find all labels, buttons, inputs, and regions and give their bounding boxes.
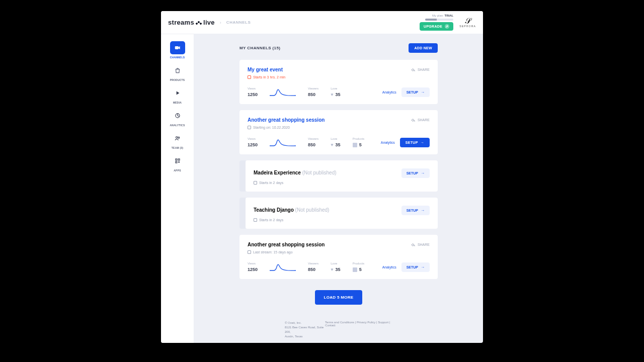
share-button[interactable]: SHARE bbox=[411, 118, 430, 123]
svg-point-3 bbox=[178, 137, 179, 138]
share-icon bbox=[411, 118, 416, 123]
share-label: SHARE bbox=[418, 118, 430, 122]
footer-link-contact[interactable]: Contact bbox=[325, 324, 336, 327]
channel-card-unpublished: Madeira Experience (Not published) SETUP… bbox=[246, 160, 438, 192]
calendar-icon bbox=[254, 181, 257, 185]
share-label: SHARE bbox=[418, 68, 430, 71]
svg-rect-5 bbox=[178, 159, 180, 160]
calendar-icon bbox=[248, 75, 251, 79]
share-label: SHARE bbox=[418, 243, 430, 246]
team-icon bbox=[174, 135, 181, 142]
logo-text-b: live bbox=[203, 19, 215, 26]
svg-rect-4 bbox=[175, 159, 177, 160]
calendar-icon bbox=[254, 218, 257, 222]
plan-block: My plan: TRIAL UPGRADE ↗ bbox=[420, 14, 453, 31]
share-icon bbox=[411, 242, 416, 247]
app-window: streams live › CHANNELS My plan: TRIAL U… bbox=[161, 11, 483, 343]
chevron-right-icon: › bbox=[220, 20, 221, 25]
apps-icon bbox=[174, 157, 181, 164]
channel-card: Another great shopping session SHARE Las… bbox=[239, 235, 438, 279]
heart-icon: ♥ bbox=[331, 92, 333, 97]
channel-subtitle: Last stream: 15 days ago bbox=[248, 250, 430, 254]
stat-products: Products5 bbox=[353, 137, 365, 147]
channel-title[interactable]: My great event bbox=[248, 67, 283, 72]
stat-viewers: Viewers 850 bbox=[308, 87, 318, 97]
share-icon bbox=[411, 67, 416, 72]
sparkline-icon bbox=[270, 137, 296, 147]
sidebar-item-label: PRODUCTS bbox=[170, 78, 185, 81]
footer-copyright: © Oveit, Inc. bbox=[285, 321, 325, 325]
page-title: MY CHANNELS (15) bbox=[239, 46, 280, 50]
channel-card: Another great shopping session SHARE Sta… bbox=[239, 110, 438, 154]
stat-viewers: Viewers850 bbox=[308, 262, 318, 272]
channel-subtitle: Starting on: 10.22.2020 bbox=[248, 126, 430, 129]
analytics-link[interactable]: Analytics bbox=[381, 141, 395, 144]
stat-views: Views 1250 bbox=[248, 87, 258, 97]
footer-link-support[interactable]: Support bbox=[378, 321, 388, 324]
sidebar-item-label: MEDIA bbox=[173, 101, 182, 104]
sidebar-item-media[interactable]: MEDIA bbox=[168, 86, 188, 104]
stat-love: Love ♥35 bbox=[331, 87, 340, 97]
channel-subtitle: Starts in 3 hrs. 2 min bbox=[248, 75, 430, 79]
sidebar-item-products[interactable]: PRODUCTS bbox=[168, 64, 188, 81]
upgrade-button[interactable]: UPGRADE ↗ bbox=[420, 22, 453, 31]
arrow-right-icon: → bbox=[421, 208, 425, 213]
channel-subtitle: Starts in 2 days bbox=[254, 181, 430, 185]
arrow-right-icon: → bbox=[421, 265, 425, 269]
share-button[interactable]: SHARE bbox=[411, 67, 430, 72]
main-content: MY CHANNELS (15) ADD NEW My great event … bbox=[194, 34, 483, 343]
status-badge: (Not published) bbox=[302, 170, 337, 175]
header: streams live › CHANNELS My plan: TRIAL U… bbox=[161, 11, 483, 34]
tenant-brand[interactable]: 𝒮 SEPHORA bbox=[459, 17, 476, 28]
channel-title: Another great shopping session bbox=[248, 242, 325, 247]
footer-address-2: Austin, Texas bbox=[285, 334, 325, 339]
sidebar-item-apps[interactable]: APPS bbox=[168, 154, 188, 172]
logo[interactable]: streams live bbox=[168, 19, 215, 26]
stat-love: Love♥35 bbox=[331, 137, 340, 147]
channel-title: Madeira Experience (Not published) bbox=[254, 170, 337, 175]
sidebar-item-analytics[interactable]: ANALYTICS bbox=[168, 109, 188, 127]
add-new-label: ADD NEW bbox=[414, 46, 432, 50]
add-new-button[interactable]: ADD NEW bbox=[409, 43, 438, 53]
sidebar-item-label: APPS bbox=[174, 169, 181, 172]
bag-small-icon bbox=[353, 143, 357, 147]
sidebar-item-team[interactable]: TEAM (3) bbox=[168, 132, 188, 149]
load-more-button[interactable]: LOAD 5 MORE bbox=[315, 290, 363, 305]
sidebar: CHANNELS PRODUCTS MEDIA ANALYTICS TEAM (… bbox=[161, 34, 194, 343]
upgrade-label: UPGRADE bbox=[424, 25, 442, 28]
plan-name: TRIAL bbox=[444, 14, 453, 17]
breadcrumb[interactable]: CHANNELS bbox=[226, 20, 251, 25]
footer-address-1: 8121 Bee Caves Road, Suite 200, bbox=[285, 325, 325, 334]
sidebar-item-label: ANALYTICS bbox=[170, 124, 185, 127]
sidebar-item-channels[interactable]: CHANNELS bbox=[168, 41, 188, 59]
setup-button-primary[interactable]: SETUP→ bbox=[400, 138, 430, 147]
sparkline-icon bbox=[270, 262, 296, 272]
stat-viewers: Viewers850 bbox=[308, 137, 318, 147]
setup-button[interactable]: SETUP→ bbox=[401, 87, 430, 97]
logo-text-a: streams bbox=[168, 19, 194, 26]
footer-link-privacy[interactable]: Privacy Policy bbox=[357, 321, 375, 324]
sparkline-icon bbox=[270, 87, 296, 97]
sidebar-item-label: TEAM (3) bbox=[172, 146, 183, 149]
calendar-icon bbox=[248, 126, 251, 129]
channel-title[interactable]: Another great shopping session bbox=[248, 117, 325, 123]
footer: © Oveit, Inc. 8121 Bee Caves Road, Suite… bbox=[239, 315, 438, 343]
brand-name: SEPHORA bbox=[459, 25, 476, 28]
pie-icon bbox=[174, 112, 181, 119]
analytics-link[interactable]: Analytics bbox=[382, 265, 396, 269]
sidebar-item-label: CHANNELS bbox=[170, 56, 185, 59]
arrow-right-icon: → bbox=[421, 171, 425, 175]
heart-icon: ♥ bbox=[331, 142, 333, 147]
logo-wave-icon bbox=[195, 21, 202, 25]
svg-point-2 bbox=[176, 137, 178, 139]
analytics-link[interactable]: Analytics bbox=[382, 90, 396, 94]
play-icon bbox=[174, 89, 181, 97]
brand-mark-icon: 𝒮 bbox=[465, 17, 470, 25]
setup-button[interactable]: SETUP→ bbox=[401, 168, 430, 178]
setup-button[interactable]: SETUP→ bbox=[401, 262, 430, 272]
svg-rect-6 bbox=[175, 161, 177, 163]
setup-button[interactable]: SETUP→ bbox=[401, 206, 430, 215]
share-button[interactable]: SHARE bbox=[411, 242, 430, 247]
stat-views: Views1250 bbox=[248, 262, 258, 272]
stat-love: Love♥35 bbox=[331, 262, 340, 272]
